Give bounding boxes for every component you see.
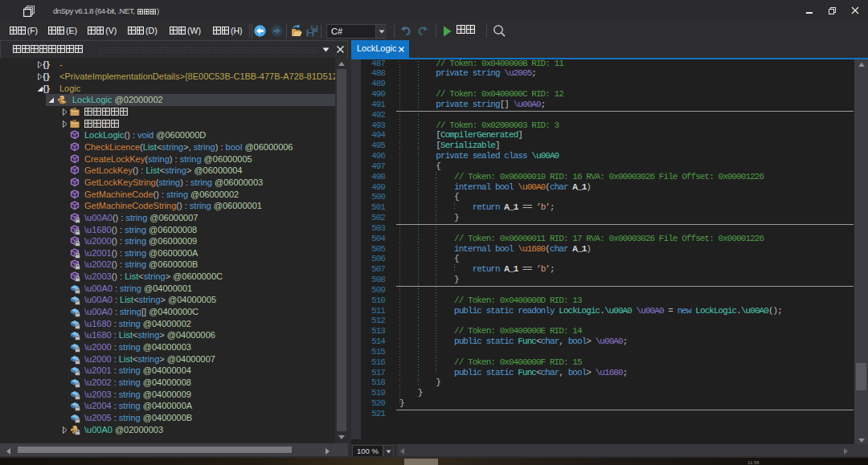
svg-text:{}: {} <box>43 84 50 93</box>
svg-text:{}: {} <box>43 59 50 69</box>
svg-text:{}: {} <box>43 71 50 81</box>
